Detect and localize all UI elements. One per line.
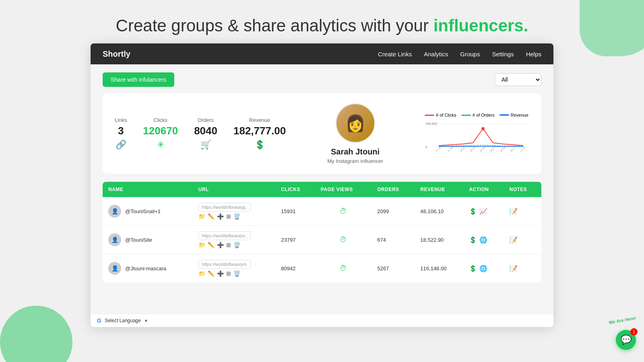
chat-widget: We Are Here! 💬 1	[616, 330, 636, 350]
pageviews-icon-0: ⏱	[321, 207, 366, 216]
chart-legend: # of Clicks # of Orders Revenue	[425, 113, 529, 117]
chart-area: # of Clicks # of Orders Revenue 100,000 …	[425, 113, 529, 154]
col-notes: NOTES	[504, 182, 541, 197]
dollar-icon[interactable]: 💲	[469, 236, 477, 244]
nav-groups[interactable]: Groups	[460, 51, 480, 58]
url-actions-0: 📁 ✏️ ➕ ⊞ 🗑️	[198, 213, 270, 220]
table-row: 👤 @Jtouni-mascara 📁 ✏️ ➕ ⊞ 🗑️ 80942⏱5267…	[103, 254, 541, 283]
google-logo: G	[97, 317, 101, 324]
delete-icon[interactable]: 🗑️	[233, 213, 240, 220]
stats-card: Links 3 🔗 Clicks 120670 ✳ Orders 8040 🛒 …	[103, 93, 541, 174]
edit-icon[interactable]: ✏️	[208, 242, 215, 248]
profile-subtitle: My Instagram influencer	[327, 158, 383, 164]
nav-create-links[interactable]: Create Links	[378, 51, 412, 58]
table-row: 👤 @TouniSnail+1 📁 ✏️ ➕ ⊞ 🗑️ 15931⏱209948…	[103, 197, 541, 226]
stat-revenue: Revenue 182,777.00 💲	[233, 117, 286, 150]
share-button[interactable]: Share with infulancers	[103, 72, 174, 87]
nav-analytics[interactable]: Analytics	[424, 51, 448, 58]
notes-icon-2[interactable]: 📝	[510, 265, 518, 272]
navbar: Shortly Create Links Analytics Groups Se…	[91, 43, 553, 64]
row-avatar-0: 👤	[108, 205, 121, 218]
table-row: 👤 @TouniSite 📁 ✏️ ➕ ⊞ 🗑️ 23797⏱67418,522…	[103, 226, 541, 254]
url-actions-2: 📁 ✏️ ➕ ⊞ 🗑️	[198, 270, 270, 277]
stat-orders: Orders 8040 🛒	[194, 117, 217, 150]
row-avatar-2: 👤	[108, 262, 121, 275]
dropdown-arrow-icon[interactable]: ▼	[144, 319, 148, 323]
top-bar: Share with infulancers All This Week Thi…	[103, 72, 541, 87]
select-language-label: Select Language	[105, 318, 141, 323]
url-input-2[interactable]	[198, 260, 251, 269]
stats-metrics: Links 3 🔗 Clicks 120670 ✳ Orders 8040 🛒 …	[115, 117, 286, 150]
action-cell-0: 💲 📈	[469, 208, 498, 215]
stat-links: Links 3 🔗	[115, 117, 127, 150]
url-actions-1: 📁 ✏️ ➕ ⊞ 🗑️	[198, 242, 270, 248]
filter-select[interactable]: All This Week This Month This Year	[495, 73, 541, 86]
dollar-icon[interactable]: 💲	[469, 208, 477, 215]
pageviews-icon-1: ⏱	[321, 236, 366, 244]
svg-text:100,000: 100,000	[425, 122, 437, 125]
orders-icon: 🛒	[194, 140, 217, 150]
row-avatar-1: 👤	[108, 233, 121, 246]
copy-icon[interactable]: 📁	[198, 213, 205, 220]
link-icon: 🔗	[115, 140, 127, 150]
chat-label: We Are Here!	[608, 315, 636, 325]
nav-links: Create Links Analytics Groups Settings H…	[378, 51, 541, 58]
url-input-1[interactable]	[198, 231, 251, 240]
col-revenue: REVENUE	[415, 182, 463, 197]
qr-icon[interactable]: ⊞	[226, 242, 231, 248]
notes-icon-1[interactable]: 📝	[510, 237, 518, 243]
row-user-1: 👤 @TouniSite	[108, 233, 187, 246]
nav-helps[interactable]: Helps	[526, 51, 541, 58]
add-icon[interactable]: ➕	[217, 242, 224, 248]
qr-icon[interactable]: ⊞	[226, 270, 231, 277]
edit-icon[interactable]: ✏️	[208, 270, 215, 277]
copy-icon[interactable]: 📁	[198, 242, 205, 248]
profile-avatar: 👩	[335, 103, 376, 143]
globe-icon[interactable]: 🌐	[479, 265, 487, 272]
dollar-icon[interactable]: 💲	[469, 265, 477, 272]
qr-icon[interactable]: ⊞	[226, 213, 231, 220]
revenue-icon: 💲	[233, 140, 286, 150]
col-pageviews: PAGE VIEWS	[315, 182, 372, 197]
copy-icon[interactable]: 📁	[198, 270, 205, 277]
content-area: Share with infulancers All This Week Thi…	[91, 64, 553, 314]
add-icon[interactable]: ➕	[217, 213, 224, 220]
row-user-0: 👤 @TouniSnail+1	[108, 205, 187, 218]
profile-name: Sarah Jtouni	[331, 147, 380, 156]
delete-icon[interactable]: 🗑️	[233, 242, 240, 248]
chat-badge: 1	[630, 328, 638, 335]
app-window: Shortly Create Links Analytics Groups Se…	[91, 43, 553, 327]
brand-logo: Shortly	[103, 49, 130, 59]
clicks-icon: ✳	[143, 140, 178, 150]
profile-center: 👩 Sarah Jtouni My Instagram influencer	[286, 103, 425, 164]
hero-section: Create groups & share analytics with you…	[0, 0, 644, 43]
row-user-2: 👤 @Jtouni-mascara	[108, 262, 187, 275]
analytics-chart: 100,000 0 07-28 07-30 08-01	[425, 121, 529, 153]
add-icon[interactable]: ➕	[217, 270, 224, 277]
hero-heading: Create groups & share analytics with you…	[0, 16, 644, 35]
chat-button[interactable]: 💬 1	[616, 330, 636, 350]
nav-settings[interactable]: Settings	[492, 51, 514, 58]
notes-icon-0[interactable]: 📝	[510, 208, 518, 215]
col-name: NAME	[103, 182, 193, 197]
url-input-0[interactable]	[198, 203, 251, 212]
legend-clicks: # of Clicks	[425, 113, 456, 117]
stat-clicks: Clicks 120670 ✳	[143, 117, 178, 150]
legend-orders: # of Orders	[461, 113, 495, 117]
col-orders: ORDERS	[372, 182, 415, 197]
svg-point-4	[481, 127, 485, 130]
col-clicks: CLICKS	[275, 182, 315, 197]
edit-icon[interactable]: ✏️	[208, 213, 215, 220]
pageviews-icon-2: ⏱	[321, 264, 366, 273]
action-cell-1: 💲 🌐	[469, 236, 498, 244]
delete-icon[interactable]: 🗑️	[233, 270, 240, 277]
col-action: ACTION	[463, 182, 504, 197]
globe-icon[interactable]: 🌐	[479, 236, 487, 244]
svg-text:0: 0	[425, 145, 427, 149]
action-cell-2: 💲 🌐	[469, 265, 498, 272]
col-url: URL	[193, 182, 275, 197]
chart-icon[interactable]: 📈	[479, 208, 487, 215]
footer-bar: G Select Language ▼	[91, 314, 553, 327]
legend-revenue: Revenue	[500, 113, 528, 117]
data-table: NAME URL CLICKS PAGE VIEWS ORDERS REVENU…	[103, 182, 541, 282]
